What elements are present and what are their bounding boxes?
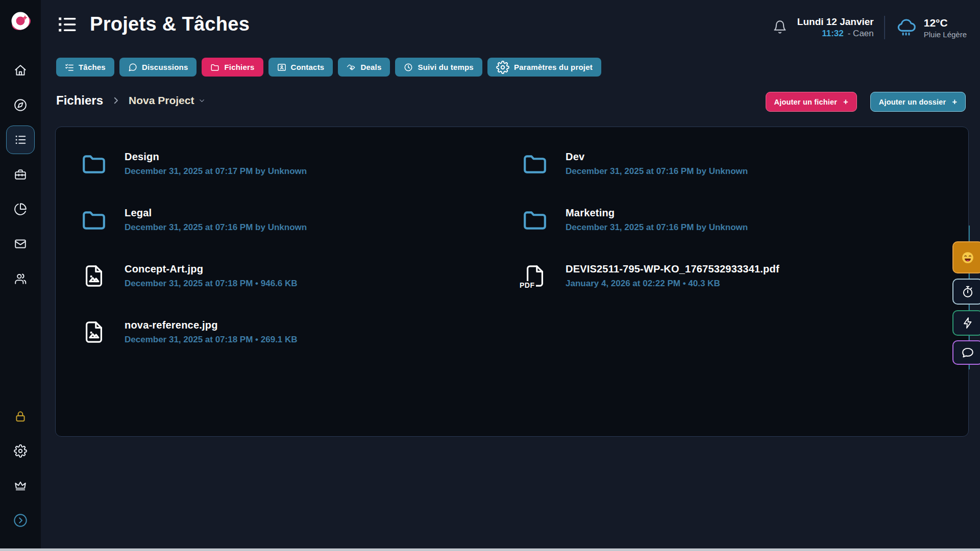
file-meta: December 31, 2025 at 07:16 PM by Unknown — [566, 166, 748, 177]
chat-bubbles-icon — [128, 63, 137, 72]
floating-chat-button[interactable] — [952, 340, 980, 365]
file-meta: December 31, 2025 at 07:18 PM • 269.1 KB — [125, 335, 298, 345]
sidebar-item-settings[interactable] — [6, 437, 35, 465]
tab-taches[interactable]: Tâches — [56, 58, 114, 77]
breadcrumb-root: Fichiers — [56, 93, 103, 108]
file-item[interactable]: DevDecember 31, 2025 at 07:16 PM by Unkn… — [520, 146, 945, 182]
tab-label: Fichiers — [224, 63, 254, 71]
tab-label: Tâches — [79, 63, 106, 71]
file-meta: December 31, 2025 at 07:16 PM by Unknown — [566, 222, 748, 233]
tab-suivi-du-temps[interactable]: Suivi du temps — [395, 58, 482, 77]
folder-icon — [79, 148, 109, 180]
file-meta: December 31, 2025 at 07:17 PM by Unknown — [125, 166, 307, 177]
tab-fichiers[interactable]: Fichiers — [202, 58, 263, 77]
chat-bubble-icon — [961, 346, 974, 359]
sidebar-nav — [6, 56, 35, 299]
file-name[interactable]: DEVIS2511-795-WP-KO_1767532933341.pdf — [566, 263, 779, 275]
project-selector[interactable]: Nova Project — [129, 94, 206, 107]
divider — [884, 16, 885, 39]
floating-shortcuts-button[interactable] — [952, 310, 980, 336]
add-folder-button[interactable]: Ajouter un dossier + — [870, 92, 966, 112]
sidebar-item-workspace[interactable] — [6, 160, 35, 189]
file-item[interactable]: Concept-Art.jpgDecember 31, 2025 at 07:1… — [79, 258, 504, 294]
add-file-label: Ajouter un fichier — [774, 98, 838, 106]
clock-icon — [404, 63, 413, 72]
floating-reactions-button[interactable] — [952, 241, 980, 273]
handshake-icon — [347, 63, 356, 72]
file-item[interactable]: MarketingDecember 31, 2025 at 07:16 PM b… — [520, 202, 945, 238]
checklist-icon — [65, 63, 74, 72]
file-name[interactable]: Design — [125, 151, 307, 163]
notifications-bell-icon[interactable] — [773, 20, 787, 36]
chevron-right-icon — [111, 96, 120, 105]
file-item[interactable]: nova-reference.jpgDecember 31, 2025 at 0… — [79, 314, 504, 350]
lock-icon — [14, 410, 27, 423]
tab-parametres-du-projet[interactable]: Paramètres du projet — [487, 58, 601, 77]
app-logo[interactable] — [8, 9, 33, 34]
lightning-icon — [962, 317, 974, 329]
pie-chart-icon — [14, 203, 27, 216]
pdf-badge: PDF — [519, 281, 536, 289]
tab-label: Deals — [360, 63, 381, 71]
tab-deals[interactable]: Deals — [338, 58, 390, 77]
file-item[interactable]: LegalDecember 31, 2025 at 07:16 PM by Un… — [79, 202, 504, 238]
file-name[interactable]: Marketing — [566, 207, 748, 219]
tab-label: Discussions — [142, 63, 188, 71]
datetime-block: Lundi 12 Janvier 11:32- Caen — [797, 15, 874, 40]
location-text: - Caen — [848, 29, 874, 38]
files-panel: DesignDecember 31, 2025 at 07:17 PM by U… — [55, 127, 969, 437]
sidebar-item-premium[interactable] — [6, 471, 35, 500]
file-image-icon — [79, 316, 109, 348]
sidebar-item-inbox[interactable] — [6, 230, 35, 258]
file-meta: December 31, 2025 at 07:18 PM • 946.6 KB — [125, 279, 298, 289]
sidebar-item-team[interactable] — [6, 264, 35, 293]
plus-icon: + — [952, 97, 957, 107]
folder-icon — [79, 204, 109, 236]
folder-icon — [210, 63, 219, 72]
file-name[interactable]: nova-reference.jpg — [125, 319, 298, 331]
add-folder-label: Ajouter un dossier — [879, 98, 946, 106]
file-actions: Ajouter un fichier + Ajouter un dossier … — [766, 92, 966, 112]
tab-label: Paramètres du projet — [514, 63, 593, 71]
floating-timer-button[interactable] — [952, 279, 980, 305]
breadcrumb: Fichiers Nova Project — [56, 93, 206, 108]
file-name[interactable]: Legal — [125, 207, 307, 219]
cloud-rain-icon — [895, 16, 918, 39]
sidebar-item-home[interactable] — [6, 56, 35, 85]
compass-icon — [14, 98, 27, 112]
sidebar-item-reports[interactable] — [6, 195, 35, 223]
tab-label: Suivi du temps — [418, 63, 474, 71]
stopwatch-icon — [961, 285, 974, 298]
sidebar-item-projects[interactable] — [6, 126, 35, 154]
projects-list-icon — [56, 14, 78, 35]
horizontal-scrollbar[interactable] — [0, 548, 980, 551]
chevron-down-icon — [198, 97, 206, 105]
file-name[interactable]: Concept-Art.jpg — [125, 263, 298, 275]
sidebar-item-explore[interactable] — [6, 91, 35, 119]
breadcrumb-current: Nova Project — [129, 94, 194, 107]
home-icon — [14, 64, 27, 77]
contact-card-icon — [277, 63, 286, 72]
topbar-right: Lundi 12 Janvier 11:32- Caen 12°C Pluie … — [773, 13, 967, 42]
smiley-emoji-icon — [961, 251, 974, 264]
gear-icon — [14, 444, 27, 458]
time-text: 11:32 — [822, 29, 844, 38]
file-item[interactable]: PDFDEVIS2511-795-WP-KO_1767532933341.pdf… — [520, 258, 945, 294]
sidebar-item-expand[interactable] — [6, 506, 35, 535]
tab-contacts[interactable]: Contacts — [268, 58, 333, 77]
weather-condition-text: Pluie Légère — [924, 30, 967, 40]
file-pdf-icon: PDF — [520, 260, 550, 292]
tab-discussions[interactable]: Discussions — [119, 58, 197, 77]
folder-icon — [520, 148, 550, 180]
plus-icon: + — [843, 97, 848, 107]
chevron-right-circle-icon — [13, 513, 28, 528]
add-file-button[interactable]: Ajouter un fichier + — [766, 92, 857, 112]
file-item[interactable]: DesignDecember 31, 2025 at 07:17 PM by U… — [79, 146, 504, 182]
temperature-text: 12°C — [924, 16, 967, 30]
file-meta: December 31, 2025 at 07:16 PM by Unknown — [125, 222, 307, 233]
project-tab-bar: TâchesDiscussionsFichiersContactsDealsSu… — [56, 58, 601, 77]
users-icon — [14, 272, 27, 285]
sidebar-item-lock[interactable] — [6, 402, 35, 431]
header: Projets & Tâches — [56, 13, 250, 35]
file-name[interactable]: Dev — [566, 151, 748, 163]
